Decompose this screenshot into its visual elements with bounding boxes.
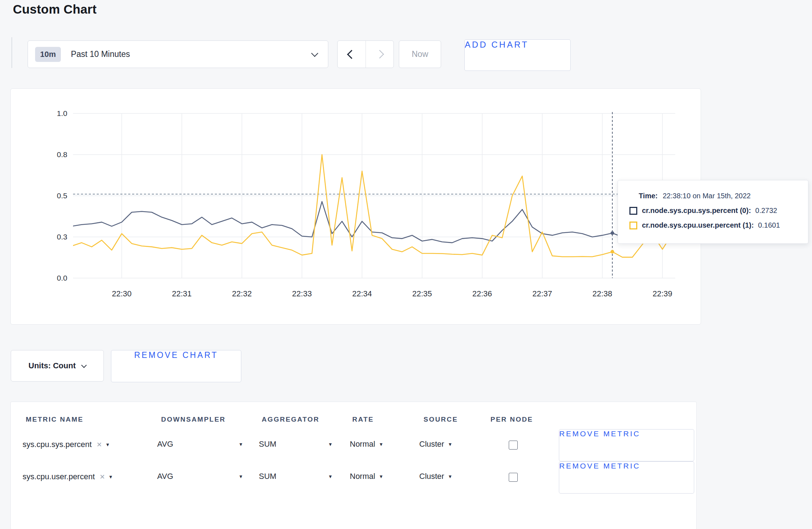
caret-down-icon: ▼ bbox=[379, 474, 383, 479]
user-hover-point bbox=[610, 250, 614, 253]
metric-name-select[interactable]: sys.cpu.sys.percent × ▼ bbox=[23, 440, 110, 450]
rate-value: Normal bbox=[350, 440, 375, 449]
metric-name-value: sys.cpu.user.percent bbox=[23, 472, 95, 481]
caret-down-icon: ▼ bbox=[448, 474, 453, 479]
units-label: Units: Count bbox=[29, 361, 76, 370]
sys-series-swatch-icon bbox=[629, 207, 637, 215]
rate-select[interactable]: Normal ▼ bbox=[350, 472, 383, 481]
caret-down-icon: ▼ bbox=[238, 474, 243, 479]
caret-down-icon: ▼ bbox=[105, 442, 110, 447]
aggregator-select[interactable]: SUM ▼ bbox=[259, 472, 333, 481]
chevron-right-icon bbox=[375, 50, 384, 58]
per-node-checkbox[interactable] bbox=[509, 441, 518, 450]
chart-tooltip: Time: 22:38:10 on Mar 15th, 2022 cr.node… bbox=[618, 180, 808, 244]
col-header-per-node: PER NODE bbox=[490, 416, 533, 423]
tooltip-time-value: 22:38:10 on Mar 15th, 2022 bbox=[663, 192, 751, 200]
aggregator-select[interactable]: SUM ▼ bbox=[259, 440, 333, 449]
x-axis-tick-label: 22:37 bbox=[532, 289, 552, 298]
chevron-down-icon bbox=[81, 362, 87, 368]
x-axis-tick-label: 22:31 bbox=[172, 289, 192, 298]
remove-metric-button[interactable]: REMOVE METRIC bbox=[559, 461, 694, 494]
page-title: Custom Chart bbox=[13, 2, 97, 16]
per-node-checkbox[interactable] bbox=[509, 473, 518, 482]
x-axis-tick-label: 22:38 bbox=[593, 289, 612, 298]
chart-card: 1.00.80.50.30.022:3022:3122:3222:3322:34… bbox=[10, 88, 701, 325]
user-series-swatch-icon bbox=[629, 222, 637, 229]
source-select[interactable]: Cluster ▼ bbox=[419, 440, 453, 449]
remove-chart-button[interactable]: REMOVE CHART bbox=[111, 350, 241, 382]
caret-down-icon: ▼ bbox=[328, 474, 333, 479]
col-header-rate: RATE bbox=[352, 416, 374, 423]
time-range-select[interactable]: 10m Past 10 Minutes bbox=[28, 40, 328, 68]
x-axis-tick-label: 22:36 bbox=[472, 289, 492, 298]
col-header-aggregator: AGGREGATOR bbox=[262, 416, 319, 423]
sys-hover-point bbox=[610, 231, 614, 235]
source-value: Cluster bbox=[419, 472, 444, 481]
source-value: Cluster bbox=[419, 440, 444, 449]
tooltip-sys-value: 0.2732 bbox=[755, 207, 777, 215]
y-axis-tick-label: 1.0 bbox=[57, 109, 67, 117]
timeseries-chart[interactable]: 1.00.80.50.30.022:3022:3122:3222:3322:34… bbox=[11, 89, 701, 324]
sys-percent-line bbox=[72, 202, 672, 243]
x-axis-tick-label: 22:39 bbox=[653, 289, 672, 298]
x-axis-tick-label: 22:30 bbox=[112, 289, 131, 298]
x-axis-tick-label: 22:32 bbox=[232, 289, 252, 298]
time-range-label: Past 10 Minutes bbox=[71, 49, 130, 59]
time-step-buttons bbox=[337, 40, 394, 68]
caret-down-icon: ▼ bbox=[328, 442, 333, 447]
downsampler-select[interactable]: AVG ▼ bbox=[157, 472, 243, 481]
x-axis-tick-label: 22:33 bbox=[292, 289, 312, 298]
tooltip-user-label: cr.node.sys.cpu.user.percent (1): bbox=[642, 221, 754, 229]
caret-down-icon: ▼ bbox=[238, 442, 243, 447]
now-button[interactable]: Now bbox=[399, 40, 441, 68]
metrics-table: METRIC NAME DOWNSAMPLER AGGREGATOR RATE … bbox=[10, 402, 697, 529]
time-back-button[interactable] bbox=[338, 41, 366, 68]
chevron-down-icon bbox=[311, 50, 318, 57]
metric-name-select[interactable]: sys.cpu.user.percent × ▼ bbox=[23, 472, 113, 482]
source-select[interactable]: Cluster ▼ bbox=[419, 472, 453, 481]
time-range-badge: 10m bbox=[35, 47, 61, 62]
clear-metric-icon[interactable]: × bbox=[100, 472, 105, 482]
y-axis-tick-label: 0.3 bbox=[57, 233, 67, 241]
metric-name-value: sys.cpu.sys.percent bbox=[23, 440, 92, 449]
tooltip-sys-label: cr.node.sys.cpu.sys.percent (0): bbox=[642, 207, 751, 215]
caret-down-icon: ▼ bbox=[108, 474, 113, 480]
downsampler-select[interactable]: AVG ▼ bbox=[157, 440, 243, 449]
custom-chart-page: Custom Chart 10m Past 10 Minutes Now ADD… bbox=[0, 0, 812, 529]
remove-metric-button[interactable]: REMOVE METRIC bbox=[559, 429, 694, 461]
y-axis-tick-label: 0.0 bbox=[57, 274, 67, 282]
toolbar-left-divider bbox=[11, 37, 12, 68]
clear-metric-icon[interactable]: × bbox=[97, 440, 102, 450]
time-forward-button[interactable] bbox=[366, 41, 394, 68]
tooltip-time-label: Time: bbox=[639, 192, 658, 200]
col-header-source: SOURCE bbox=[424, 416, 458, 423]
user-percent-line bbox=[72, 155, 672, 257]
downsampler-value: AVG bbox=[157, 440, 173, 449]
add-chart-button[interactable]: ADD CHART bbox=[464, 39, 571, 71]
col-header-metric-name: METRIC NAME bbox=[26, 416, 83, 423]
x-axis-tick-label: 22:34 bbox=[352, 289, 372, 298]
caret-down-icon: ▼ bbox=[379, 442, 383, 447]
tooltip-user-value: 0.1601 bbox=[758, 221, 780, 229]
x-axis-tick-label: 22:35 bbox=[412, 289, 432, 298]
downsampler-value: AVG bbox=[157, 472, 173, 481]
y-axis-tick-label: 0.5 bbox=[57, 191, 67, 200]
y-axis-tick-label: 0.8 bbox=[57, 150, 67, 159]
aggregator-value: SUM bbox=[259, 440, 276, 449]
chevron-left-icon bbox=[347, 50, 356, 59]
rate-select[interactable]: Normal ▼ bbox=[350, 440, 383, 449]
rate-value: Normal bbox=[350, 472, 375, 481]
col-header-downsampler: DOWNSAMPLER bbox=[161, 416, 226, 423]
aggregator-value: SUM bbox=[259, 472, 276, 481]
caret-down-icon: ▼ bbox=[448, 442, 453, 447]
units-select[interactable]: Units: Count bbox=[11, 350, 104, 382]
